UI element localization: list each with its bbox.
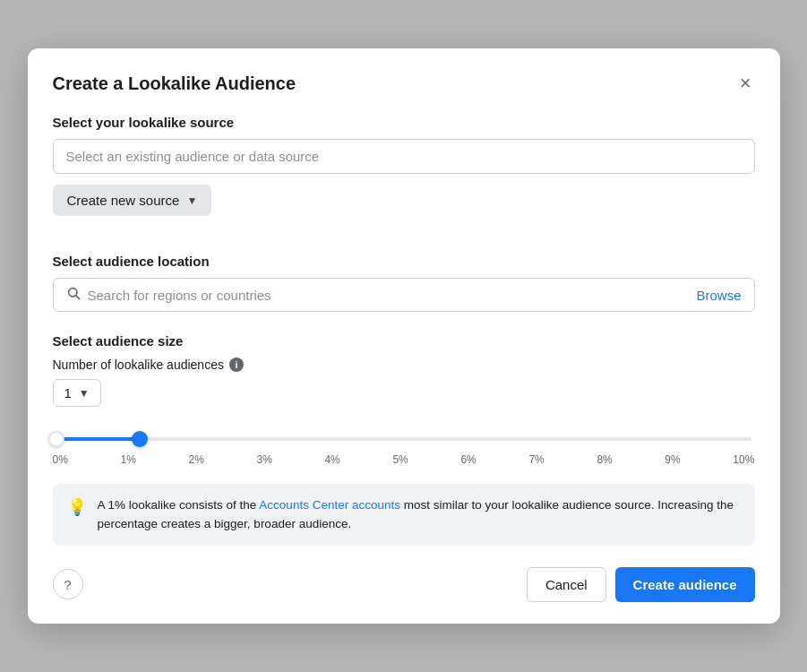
search-icon (66, 286, 81, 304)
audience-size-slider[interactable] (53, 437, 755, 441)
slider-thumb-right[interactable] (132, 431, 148, 447)
slider-labels: 0% 1% 2% 3% 4% 5% 6% 7% 8% 9% 10% (53, 453, 755, 466)
location-section-label: Select audience location (53, 254, 755, 269)
location-search-input[interactable] (88, 288, 690, 303)
source-input[interactable] (53, 139, 755, 174)
source-section: Select your lookalike source Create new … (53, 115, 755, 237)
info-box-text: A 1% lookalike consists of the Accounts … (98, 496, 741, 533)
count-chevron-icon: ▼ (79, 387, 90, 400)
slider-label-9: 9% (665, 453, 680, 466)
create-new-chevron-icon: ▼ (186, 194, 197, 207)
slider-thumb-left[interactable] (48, 431, 64, 447)
svg-line-1 (76, 296, 80, 299)
slider-fill (56, 437, 140, 441)
info-text-before: A 1% lookalike consists of the (98, 498, 260, 512)
info-icon[interactable]: i (229, 358, 244, 372)
slider-label-4: 4% (324, 453, 339, 466)
slider-label-3: 3% (256, 453, 271, 466)
close-button[interactable]: × (736, 70, 755, 97)
count-value: 1 (64, 385, 72, 401)
bulb-icon: 💡 (67, 497, 87, 517)
info-box: 💡 A 1% lookalike consists of the Account… (53, 484, 755, 546)
slider-label-6: 6% (460, 453, 476, 466)
modal-dialog: Create a Lookalike Audience × Select you… (28, 48, 780, 624)
help-button[interactable]: ? (53, 569, 83, 599)
create-new-source-button[interactable]: Create new source ▼ (53, 185, 212, 216)
footer-actions: Cancel Create audience (527, 567, 755, 602)
modal-header: Create a Lookalike Audience × (53, 70, 755, 97)
location-section: Select audience location Browse (53, 254, 755, 312)
location-search-box: Browse (53, 278, 755, 312)
slider-label-5: 5% (392, 453, 408, 466)
slider-label-1: 1% (120, 453, 135, 466)
slider-track (56, 437, 751, 441)
help-icon: ? (64, 577, 71, 592)
cancel-button[interactable]: Cancel (527, 567, 606, 602)
slider-label-2: 2% (188, 453, 203, 466)
lookalike-count-label: Number of lookalike audiences i (53, 358, 755, 372)
accounts-center-link[interactable]: Accounts Center accounts (259, 498, 400, 512)
create-new-source-label: Create new source (67, 193, 180, 208)
modal-title: Create a Lookalike Audience (53, 73, 296, 94)
slider-label-8: 8% (597, 453, 612, 466)
browse-button[interactable]: Browse (696, 288, 741, 303)
count-dropdown[interactable]: 1 ▼ (53, 379, 101, 407)
create-audience-button[interactable]: Create audience (615, 567, 755, 602)
audience-size-label: Select audience size (53, 333, 755, 349)
source-section-label: Select your lookalike source (53, 115, 755, 130)
audience-size-section: Select audience size Number of lookalike… (53, 333, 755, 466)
modal-footer: ? Cancel Create audience (53, 567, 755, 602)
slider-label-7: 7% (528, 453, 544, 466)
slider-label-10: 10% (733, 453, 754, 466)
slider-label-0: 0% (53, 453, 68, 466)
